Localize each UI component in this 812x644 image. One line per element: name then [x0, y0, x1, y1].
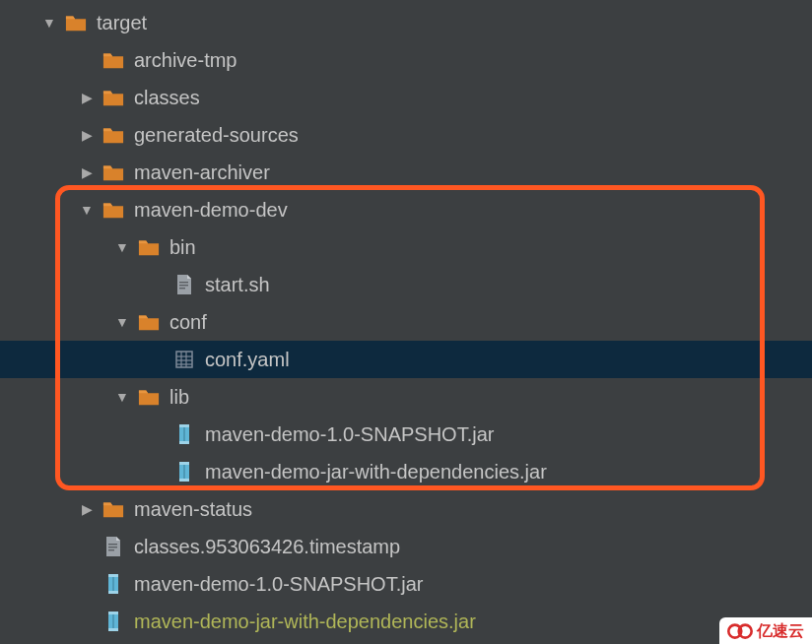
svg-rect-11 — [179, 441, 189, 444]
tree-item-label: conf — [169, 311, 207, 334]
tree-row[interactable]: ▼ start.sh — [0, 266, 812, 303]
folder-icon — [138, 386, 160, 408]
folder-icon — [102, 124, 124, 146]
watermark-text: 亿速云 — [757, 621, 804, 642]
tree-row[interactable]: ▼ maven-demo-1.0-SNAPSHOT.jar — [0, 416, 812, 453]
chevron-down-icon[interactable]: ▼ — [112, 237, 132, 257]
chevron-right-icon[interactable]: ▶ — [77, 499, 97, 519]
svg-rect-1 — [179, 285, 188, 286]
svg-rect-14 — [179, 462, 189, 465]
tree-row[interactable]: ▼ maven-demo-jar-with-dependencies.jar — [0, 453, 812, 490]
svg-rect-0 — [179, 282, 188, 283]
svg-rect-25 — [108, 612, 118, 614]
svg-rect-18 — [108, 547, 117, 547]
tree-row[interactable]: ▼ archive-tmp — [0, 41, 812, 79]
svg-rect-17 — [108, 544, 117, 545]
tree-row[interactable]: ▼ maven-demo-1.0-SNAPSHOT.jar — [0, 565, 812, 603]
svg-rect-26 — [108, 628, 118, 631]
svg-rect-22 — [108, 591, 118, 594]
tree-item-label: maven-demo-1.0-SNAPSHOT.jar — [134, 573, 423, 596]
tree-item-label: target — [97, 12, 147, 34]
folder-icon — [102, 199, 124, 221]
tree-row[interactable]: ▼ conf.yaml — [0, 341, 812, 378]
jar-file-icon — [102, 611, 124, 632]
tree-row[interactable]: ▼ maven-demo-dev — [0, 191, 812, 228]
chevron-right-icon[interactable]: ▶ — [77, 162, 97, 182]
chevron-down-icon[interactable]: ▼ — [112, 312, 132, 332]
tree-item-label: start.sh — [205, 274, 270, 296]
tree-row[interactable]: ▼ classes.953063426.timestamp — [0, 528, 812, 565]
tree-item-label: maven-status — [134, 498, 252, 521]
folder-icon — [102, 49, 124, 71]
jar-file-icon — [173, 423, 195, 445]
svg-rect-2 — [179, 288, 185, 289]
chevron-down-icon[interactable]: ▼ — [39, 13, 59, 32]
watermark: 亿速云 — [719, 617, 812, 644]
tree-item-label: generated-sources — [134, 124, 299, 147]
file-icon — [173, 274, 195, 295]
tree-item-label: maven-demo-jar-with-dependencies.jar — [205, 461, 547, 483]
chevron-down-icon[interactable]: ▼ — [77, 200, 97, 220]
folder-icon — [102, 87, 124, 108]
jar-file-icon — [102, 573, 124, 595]
svg-rect-3 — [176, 352, 192, 367]
tree-item-label: maven-archiver — [134, 161, 270, 184]
tree-row[interactable]: ▶ maven-archiver — [0, 154, 812, 191]
file-icon — [102, 536, 124, 557]
tree-item-label: maven-demo-jar-with-dependencies.jar — [134, 611, 476, 633]
jar-file-icon — [173, 461, 195, 483]
svg-rect-15 — [179, 479, 189, 482]
tree-row[interactable]: ▶ generated-sources — [0, 116, 812, 154]
folder-icon — [138, 236, 160, 258]
tree-item-label: bin — [169, 236, 196, 259]
tree-item-label: lib — [169, 386, 189, 409]
project-tree[interactable]: ▼ target▼ archive-tmp▶ classes▶ generate… — [0, 0, 812, 640]
folder-icon — [102, 498, 124, 520]
yaml-file-icon — [173, 349, 195, 370]
watermark-logo-icon — [727, 622, 753, 642]
chevron-right-icon[interactable]: ▶ — [77, 88, 97, 107]
tree-item-label: archive-tmp — [134, 49, 237, 72]
svg-rect-10 — [179, 424, 189, 427]
tree-row[interactable]: ▶ classes — [0, 79, 812, 116]
folder-icon — [138, 311, 160, 333]
tree-item-label: classes.953063426.timestamp — [134, 536, 400, 558]
folder-icon — [65, 12, 87, 33]
chevron-down-icon[interactable]: ▼ — [112, 387, 132, 407]
tree-row[interactable]: ▶ maven-status — [0, 490, 812, 528]
tree-row[interactable]: ▼ bin — [0, 228, 812, 266]
tree-row[interactable]: ▼ maven-demo-jar-with-dependencies.jar — [0, 603, 812, 640]
tree-row[interactable]: ▼ conf — [0, 303, 812, 341]
tree-item-label: conf.yaml — [205, 349, 290, 371]
folder-icon — [102, 161, 124, 183]
svg-rect-21 — [108, 574, 118, 577]
tree-item-label: maven-demo-1.0-SNAPSHOT.jar — [205, 423, 494, 446]
tree-item-label: classes — [134, 87, 200, 109]
chevron-right-icon[interactable]: ▶ — [77, 125, 97, 145]
tree-row[interactable]: ▼ target — [0, 4, 812, 41]
tree-item-label: maven-demo-dev — [134, 199, 288, 222]
tree-row[interactable]: ▼ lib — [0, 378, 812, 416]
svg-rect-19 — [108, 549, 114, 550]
